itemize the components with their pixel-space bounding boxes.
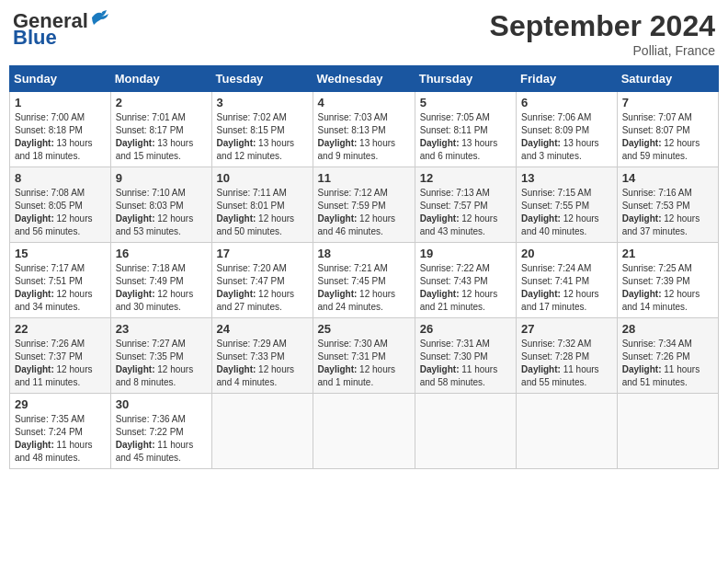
- day-info: Sunrise: 7:01 AMSunset: 8:17 PMDaylight:…: [116, 111, 207, 163]
- day-info: Sunrise: 7:06 AMSunset: 8:09 PMDaylight:…: [521, 111, 612, 163]
- table-row: 12Sunrise: 7:13 AMSunset: 7:57 PMDayligh…: [415, 167, 516, 243]
- table-row: 14Sunrise: 7:16 AMSunset: 7:53 PMDayligh…: [617, 167, 718, 243]
- day-info: Sunrise: 7:05 AMSunset: 8:11 PMDaylight:…: [420, 111, 511, 163]
- day-info: Sunrise: 7:03 AMSunset: 8:13 PMDaylight:…: [318, 111, 410, 163]
- day-info: Sunrise: 7:08 AMSunset: 8:05 PMDaylight:…: [15, 187, 106, 238]
- table-row: [313, 394, 415, 469]
- day-number: 14: [622, 171, 713, 185]
- table-row: 28Sunrise: 7:34 AMSunset: 7:26 PMDayligh…: [617, 318, 718, 394]
- day-number: 26: [420, 322, 511, 336]
- day-number: 8: [15, 171, 106, 185]
- location: Polliat, France: [490, 43, 715, 58]
- calendar-week-row: 1Sunrise: 7:00 AMSunset: 8:18 PMDaylight…: [10, 92, 719, 167]
- day-number: 12: [420, 171, 511, 185]
- day-number: 23: [116, 322, 207, 336]
- day-number: 1: [15, 96, 106, 109]
- day-info: Sunrise: 7:29 AMSunset: 7:33 PMDaylight:…: [217, 338, 308, 389]
- day-info: Sunrise: 7:26 AMSunset: 7:37 PMDaylight:…: [15, 338, 106, 389]
- day-info: Sunrise: 7:18 AMSunset: 7:49 PMDaylight:…: [116, 262, 207, 314]
- table-row: 6Sunrise: 7:06 AMSunset: 8:09 PMDaylight…: [517, 92, 618, 167]
- day-number: 24: [217, 322, 308, 336]
- table-row: [617, 394, 718, 469]
- col-wednesday: Wednesday: [313, 66, 415, 92]
- day-info: Sunrise: 7:25 AMSunset: 7:39 PMDaylight:…: [622, 262, 713, 314]
- day-number: 13: [521, 171, 612, 185]
- table-row: 27Sunrise: 7:32 AMSunset: 7:28 PMDayligh…: [517, 318, 618, 394]
- table-row: 21Sunrise: 7:25 AMSunset: 7:39 PMDayligh…: [617, 243, 718, 318]
- day-number: 16: [116, 247, 207, 260]
- day-info: Sunrise: 7:22 AMSunset: 7:43 PMDaylight:…: [420, 262, 511, 314]
- table-row: 18Sunrise: 7:21 AMSunset: 7:45 PMDayligh…: [313, 243, 415, 318]
- col-thursday: Thursday: [415, 66, 516, 92]
- calendar-week-row: 22Sunrise: 7:26 AMSunset: 7:37 PMDayligh…: [10, 318, 719, 394]
- day-info: Sunrise: 7:10 AMSunset: 8:03 PMDaylight:…: [116, 187, 207, 238]
- table-row: 26Sunrise: 7:31 AMSunset: 7:30 PMDayligh…: [415, 318, 516, 394]
- table-row: 5Sunrise: 7:05 AMSunset: 8:11 PMDaylight…: [415, 92, 516, 167]
- calendar-table: Sunday Monday Tuesday Wednesday Thursday…: [9, 65, 719, 469]
- table-row: [415, 394, 516, 469]
- day-number: 21: [622, 247, 713, 260]
- title-section: September 2024 Polliat, France: [490, 9, 715, 58]
- table-row: 7Sunrise: 7:07 AMSunset: 8:07 PMDaylight…: [617, 92, 718, 167]
- day-number: 11: [318, 171, 410, 185]
- table-row: 8Sunrise: 7:08 AMSunset: 8:05 PMDaylight…: [10, 167, 111, 243]
- table-row: 24Sunrise: 7:29 AMSunset: 7:33 PMDayligh…: [211, 318, 313, 394]
- day-number: 6: [521, 96, 612, 109]
- day-info: Sunrise: 7:21 AMSunset: 7:45 PMDaylight:…: [318, 262, 410, 314]
- calendar-week-row: 8Sunrise: 7:08 AMSunset: 8:05 PMDaylight…: [10, 167, 719, 243]
- col-friday: Friday: [517, 66, 618, 92]
- day-number: 9: [116, 171, 207, 185]
- day-info: Sunrise: 7:15 AMSunset: 7:55 PMDaylight:…: [521, 187, 612, 238]
- day-info: Sunrise: 7:35 AMSunset: 7:24 PMDaylight:…: [15, 413, 106, 465]
- table-row: [211, 394, 313, 469]
- day-info: Sunrise: 7:31 AMSunset: 7:30 PMDaylight:…: [420, 338, 511, 389]
- day-info: Sunrise: 7:24 AMSunset: 7:41 PMDaylight:…: [521, 262, 612, 314]
- day-number: 7: [622, 96, 713, 109]
- table-row: 22Sunrise: 7:26 AMSunset: 7:37 PMDayligh…: [10, 318, 111, 394]
- calendar-week-row: 15Sunrise: 7:17 AMSunset: 7:51 PMDayligh…: [10, 243, 719, 318]
- col-monday: Monday: [110, 66, 211, 92]
- day-info: Sunrise: 7:12 AMSunset: 7:59 PMDaylight:…: [318, 187, 410, 238]
- day-info: Sunrise: 7:32 AMSunset: 7:28 PMDaylight:…: [521, 338, 612, 389]
- table-row: 9Sunrise: 7:10 AMSunset: 8:03 PMDaylight…: [110, 167, 211, 243]
- table-row: 19Sunrise: 7:22 AMSunset: 7:43 PMDayligh…: [415, 243, 516, 318]
- day-info: Sunrise: 7:11 AMSunset: 8:01 PMDaylight:…: [217, 187, 308, 238]
- table-row: 4Sunrise: 7:03 AMSunset: 8:13 PMDaylight…: [313, 92, 415, 167]
- table-row: 1Sunrise: 7:00 AMSunset: 8:18 PMDaylight…: [10, 92, 111, 167]
- logo: General Blue: [13, 9, 110, 50]
- table-row: 17Sunrise: 7:20 AMSunset: 7:47 PMDayligh…: [211, 243, 313, 318]
- table-row: 3Sunrise: 7:02 AMSunset: 8:15 PMDaylight…: [211, 92, 313, 167]
- day-number: 19: [420, 247, 511, 260]
- table-row: 16Sunrise: 7:18 AMSunset: 7:49 PMDayligh…: [110, 243, 211, 318]
- day-number: 10: [217, 171, 308, 185]
- day-number: 3: [217, 96, 308, 109]
- day-number: 28: [622, 322, 713, 336]
- day-number: 5: [420, 96, 511, 109]
- table-row: 15Sunrise: 7:17 AMSunset: 7:51 PMDayligh…: [10, 243, 111, 318]
- calendar-week-row: 29Sunrise: 7:35 AMSunset: 7:24 PMDayligh…: [10, 394, 719, 469]
- logo-bird-icon: [90, 8, 110, 27]
- table-row: 2Sunrise: 7:01 AMSunset: 8:17 PMDaylight…: [110, 92, 211, 167]
- day-number: 25: [318, 322, 410, 336]
- day-number: 2: [116, 96, 207, 109]
- column-header-row: Sunday Monday Tuesday Wednesday Thursday…: [10, 66, 719, 92]
- logo-blue: Blue: [13, 26, 57, 50]
- day-number: 17: [217, 247, 308, 260]
- day-info: Sunrise: 7:13 AMSunset: 7:57 PMDaylight:…: [420, 187, 511, 238]
- col-sunday: Sunday: [10, 66, 111, 92]
- table-row: [517, 394, 618, 469]
- table-row: 20Sunrise: 7:24 AMSunset: 7:41 PMDayligh…: [517, 243, 618, 318]
- day-info: Sunrise: 7:27 AMSunset: 7:35 PMDaylight:…: [116, 338, 207, 389]
- table-row: 30Sunrise: 7:36 AMSunset: 7:22 PMDayligh…: [110, 394, 211, 469]
- table-row: 10Sunrise: 7:11 AMSunset: 8:01 PMDayligh…: [211, 167, 313, 243]
- table-row: 11Sunrise: 7:12 AMSunset: 7:59 PMDayligh…: [313, 167, 415, 243]
- day-info: Sunrise: 7:34 AMSunset: 7:26 PMDaylight:…: [622, 338, 713, 389]
- table-row: 29Sunrise: 7:35 AMSunset: 7:24 PMDayligh…: [10, 394, 111, 469]
- col-saturday: Saturday: [617, 66, 718, 92]
- page-header: General Blue September 2024 Polliat, Fra…: [9, 9, 719, 58]
- day-info: Sunrise: 7:16 AMSunset: 7:53 PMDaylight:…: [622, 187, 713, 238]
- month-title: September 2024: [490, 9, 715, 43]
- day-info: Sunrise: 7:20 AMSunset: 7:47 PMDaylight:…: [217, 262, 308, 314]
- day-info: Sunrise: 7:00 AMSunset: 8:18 PMDaylight:…: [15, 111, 106, 163]
- day-number: 22: [15, 322, 106, 336]
